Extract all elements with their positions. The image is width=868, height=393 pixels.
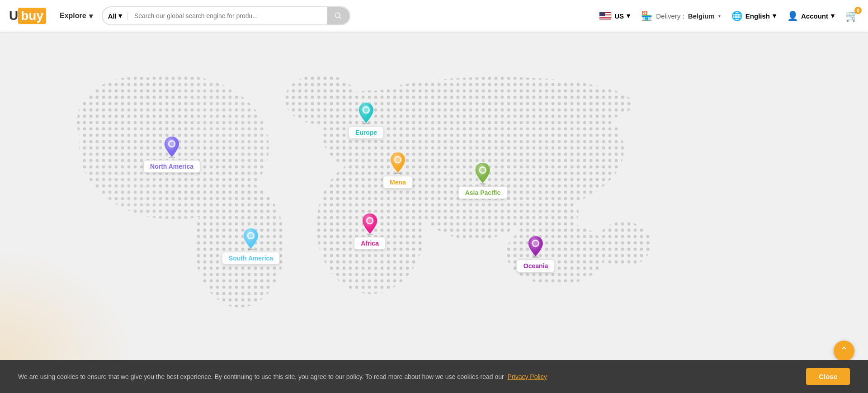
account-label: Account — [801, 12, 828, 20]
language-chevron-icon: ▾ — [773, 12, 776, 20]
country-code: US — [614, 12, 624, 20]
globe-icon: 🌐 — [731, 10, 743, 21]
delivery-country[interactable]: Belgium — [688, 12, 715, 20]
scroll-top-icon: ⌃ — [840, 345, 848, 357]
delivery-icon: 🏪 — [641, 10, 652, 21]
scroll-to-top-button[interactable]: ⌃ — [834, 341, 854, 361]
header-right: US ▾ 🏪 Delivery : Belgium ▾ 🌐 English ▾ … — [599, 9, 859, 22]
map-background — [0, 32, 868, 362]
svg-point-30 — [396, 157, 401, 162]
account-section[interactable]: 👤 Account ▾ — [787, 10, 835, 21]
pin-oceania[interactable]: Oceania — [517, 235, 555, 272]
cart-badge: 0 — [854, 7, 862, 14]
pin-label-asia-pacific: Asia Pacific — [458, 186, 508, 199]
search-icon — [334, 12, 342, 20]
search-category-label: All — [108, 12, 117, 20]
pin-icon-mena — [389, 152, 407, 174]
svg-point-21 — [170, 142, 175, 147]
search-input[interactable] — [128, 9, 327, 23]
account-chevron-icon: ▾ — [831, 12, 835, 20]
svg-rect-18 — [0, 32, 868, 362]
pin-label-europe: Europe — [349, 126, 384, 139]
delivery-section: 🏪 Delivery : Belgium ▾ — [641, 10, 721, 21]
pin-label-mena: Mena — [383, 176, 413, 189]
delivery-label: Delivery : — [656, 12, 684, 20]
pin-south-america[interactable]: South America — [222, 227, 280, 265]
svg-point-36 — [481, 168, 486, 173]
pin-icon-oceania — [527, 235, 545, 258]
logo[interactable]: U buy — [9, 8, 46, 24]
explore-chevron-icon: ▾ — [89, 12, 93, 20]
delivery-chevron-icon: ▾ — [718, 14, 721, 19]
world-map: North America South America — [0, 32, 868, 362]
header: U buy Explore ▾ All ▾ US ▾ 🏪 Delivery : — [0, 0, 868, 32]
logo-buy: buy — [18, 8, 46, 24]
svg-point-24 — [249, 233, 254, 238]
logo-u: U — [9, 9, 18, 23]
explore-label: Explore — [60, 12, 86, 20]
pin-label-africa: Africa — [354, 237, 386, 250]
pin-label-north-america: North America — [143, 160, 200, 173]
search-category-chevron-icon: ▾ — [118, 12, 122, 20]
svg-point-39 — [533, 241, 538, 246]
pin-europe[interactable]: Europe — [349, 102, 384, 139]
search-bar: All ▾ — [102, 6, 350, 25]
search-button[interactable] — [327, 7, 349, 24]
language-label: English — [745, 12, 770, 20]
explore-button[interactable]: Explore ▾ — [60, 12, 93, 20]
account-icon: 👤 — [787, 10, 798, 21]
pin-africa[interactable]: Africa — [354, 213, 386, 250]
pin-label-oceania: Oceania — [517, 260, 555, 272]
svg-point-33 — [368, 218, 373, 223]
search-category-selector[interactable]: All ▾ — [103, 12, 128, 20]
country-chevron-icon: ▾ — [627, 12, 630, 20]
pin-icon-north-america — [163, 136, 181, 158]
pin-north-america[interactable]: North America — [143, 136, 200, 173]
pin-mena[interactable]: Mena — [383, 152, 413, 189]
country-selector[interactable]: US ▾ — [599, 12, 630, 20]
pin-icon-europe — [357, 102, 375, 124]
pin-label-south-america: South America — [222, 252, 280, 265]
svg-point-27 — [364, 108, 369, 113]
pin-asia-pacific[interactable]: Asia Pacific — [458, 162, 508, 199]
pin-icon-africa — [361, 213, 379, 235]
us-flag-icon — [599, 12, 612, 20]
language-selector[interactable]: 🌐 English ▾ — [731, 10, 776, 21]
cookie-banner: We are using cookies to ensure that we g… — [0, 360, 868, 362]
pin-icon-asia-pacific — [474, 162, 492, 185]
cart-section[interactable]: 🛒 0 — [845, 9, 859, 22]
pin-icon-south-america — [242, 227, 260, 250]
